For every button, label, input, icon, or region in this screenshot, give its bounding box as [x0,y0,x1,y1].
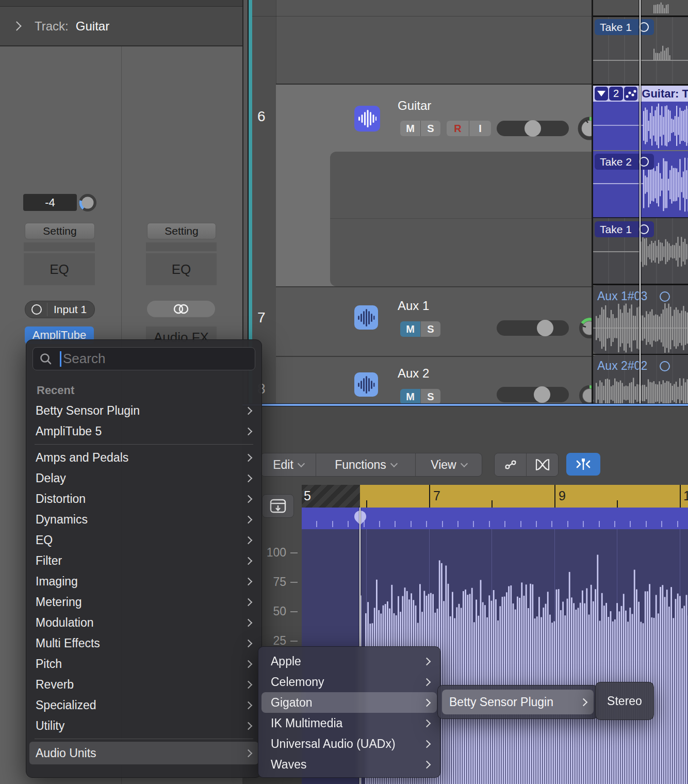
mute-button[interactable]: M [400,121,421,136]
menu-item-category[interactable]: Filter [29,550,258,571]
volume-slider-thumb[interactable] [534,386,550,403]
flex-tool-button[interactable] [527,453,558,476]
menu-item-category[interactable]: Metering [29,592,258,612]
gain-value-box[interactable]: -4 [23,194,77,211]
chevron-right-icon [423,698,431,707]
menu-divider [35,739,253,739]
eq-thumbnail-right[interactable]: EQ [146,253,217,285]
menu-item-recent[interactable]: Betty Sensor Plugin [29,400,258,421]
inspector-topstrip [0,0,242,7]
volume-slider[interactable] [497,320,569,336]
input-monitor-button[interactable]: I [469,121,491,136]
insert-slot-left[interactable] [24,242,95,251]
editor-tool-group [494,453,559,477]
inspector-header[interactable]: Track: Guitar [0,7,242,46]
menu-item-audio-units[interactable]: Audio Units [29,742,258,764]
track-number[interactable]: 6 [257,108,266,125]
chevron-right-icon [244,680,253,689]
menu-divider [35,444,253,445]
menu-item-category[interactable]: Imaging [29,571,258,592]
comp-dots-icon [625,89,636,99]
menu-item-category[interactable]: Pitch [29,654,258,674]
track-number[interactable]: 7 [257,309,266,326]
volume-slider-thumb[interactable] [537,320,553,336]
setting-button-right[interactable]: Setting [147,223,216,239]
region-collapse-badge[interactable] [595,87,608,101]
plugin-format-menu: Stereo [595,682,654,720]
volume-slider[interactable] [497,387,569,402]
editor-ruler[interactable]: 5 7 9 11 [302,485,688,509]
stereo-format-button[interactable] [147,301,215,317]
view-menu-button[interactable]: View [416,453,482,476]
mute-button[interactable]: M [400,389,421,403]
record-enable-button[interactable]: R [447,121,469,136]
insert-slot-right[interactable] [146,242,217,251]
menu-item-category[interactable]: Modulation [29,612,258,633]
take-badge[interactable]: Take 1 [595,221,654,237]
disclosure-chevron-icon[interactable] [12,21,21,30]
plugin-search-field[interactable]: Search [32,347,255,370]
take-lane-take1[interactable]: Take 1 [593,218,688,284]
solo-button[interactable]: S [421,389,440,403]
menu-item-category[interactable]: Multi Effects [29,633,258,654]
solo-button[interactable]: S [421,321,440,337]
menu-item-category[interactable]: Distortion [29,488,258,509]
eq-thumbnail-left[interactable]: EQ [24,253,95,285]
solo-button[interactable]: S [421,121,440,136]
guitar-track-icon[interactable] [354,106,380,132]
take-count-badge[interactable]: 2 [609,87,623,101]
input-button[interactable]: Input 1 [25,301,95,318]
menu-item-category[interactable]: Dynamics [29,509,258,530]
menu-item-category[interactable]: EQ [29,530,258,550]
menu-item-category[interactable]: Specialized [29,695,258,715]
scale-label: 75 [273,575,286,589]
vendor-item[interactable]: Celemony [258,672,440,692]
plugin-item-selected[interactable]: Betty Sensor Plugin [442,690,594,714]
vendor-item[interactable]: Apple [258,651,440,672]
catch-playhead-button[interactable] [566,453,600,476]
vendor-item[interactable]: IK Multimedia [258,713,440,733]
chevron-right-icon [580,698,588,706]
waveform-icon [357,375,375,395]
automation-tool-button[interactable] [495,453,527,476]
take-badge[interactable]: Take 1 [595,19,654,35]
menu-item-category[interactable]: Delay [29,468,258,488]
vendor-item-selected[interactable]: Gigaton [261,692,437,713]
playhead-tracks[interactable] [640,0,641,403]
menu-item-category[interactable]: Utility [29,715,258,736]
edit-menu-button[interactable]: Edit [261,453,316,476]
chevron-right-icon [423,657,431,665]
region-header[interactable]: 2 Guitar: T [593,86,688,102]
track-name[interactable]: Aux 2 [398,366,429,381]
aux1-track-icon[interactable] [354,305,378,330]
menu-item-category[interactable]: Reverb [29,674,258,695]
chevron-right-icon [244,536,253,544]
comp-dots-badge[interactable] [624,87,637,101]
import-region-button[interactable] [262,494,294,518]
take-lane-partial[interactable] [593,0,688,15]
chevron-right-icon [244,749,253,757]
track-name[interactable]: Guitar [398,99,431,113]
take-lane-take1-top[interactable]: Take 1 [593,17,688,84]
volume-slider-thumb[interactable] [525,120,541,137]
region-aux1[interactable]: Aux 1#03 [593,285,688,354]
track-name[interactable]: Aux 1 [398,299,429,313]
mute-button[interactable]: M [400,321,421,337]
setting-button-left[interactable]: Setting [25,223,95,239]
menu-item-category[interactable]: Amps and Pedals [29,447,258,468]
region-guitar[interactable]: 2 Guitar: T [593,86,688,150]
functions-menu-button[interactable]: Functions [316,453,416,476]
aux2-track-icon[interactable] [354,372,378,397]
input-monitor-icon[interactable] [31,304,42,315]
vendor-item[interactable]: Universal Audio (UADx) [258,733,440,754]
format-item[interactable]: Stereo [607,694,642,708]
editor-menubar: Edit Functions View [260,453,482,477]
take-badge[interactable]: Take 2 [595,154,654,170]
volume-slider[interactable] [497,121,569,136]
pan-knob[interactable] [78,193,97,213]
chevron-right-icon [244,406,253,415]
region-aux2[interactable]: Aux 2#02 [593,355,688,403]
menu-item-recent[interactable]: AmpliTube 5 [29,421,258,442]
vendor-item[interactable]: Waves [258,754,440,775]
take-lane-take2[interactable]: Take 2 [593,151,688,217]
